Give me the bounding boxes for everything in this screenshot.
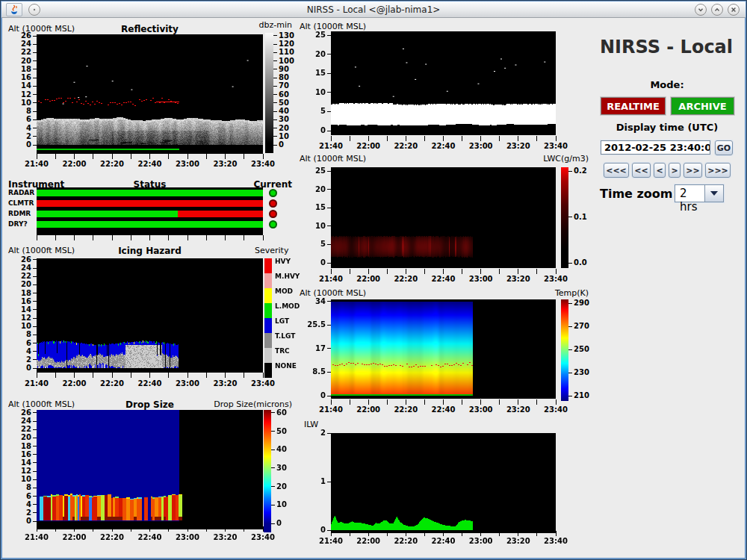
axis-tick <box>327 396 331 396</box>
axis-tick-label: 22:20 <box>392 405 419 414</box>
axis-tick <box>33 412 37 413</box>
colorbar-tick-label: 0.1 <box>574 213 587 221</box>
display-time-label: Display time (UTC) <box>592 122 742 133</box>
nav-step-back-button[interactable]: < <box>654 163 666 178</box>
axis-tick-label: 22:20 <box>392 142 419 150</box>
axis-tick <box>187 235 188 240</box>
colorbar-tick <box>273 69 277 69</box>
colorbar-tick-label: 290 <box>574 299 589 307</box>
axis-tick <box>168 526 169 532</box>
axis-tick <box>424 531 425 536</box>
nav-back-button[interactable]: << <box>632 163 651 178</box>
axis-tick-label: 20 <box>9 280 31 288</box>
axis-tick-label: 4 <box>9 500 31 508</box>
colorbar-tick <box>273 78 277 78</box>
axis-tick <box>206 235 207 240</box>
colorbar-tick-label: 40 <box>279 107 289 115</box>
axis-tick-label: 23:20 <box>505 405 532 414</box>
axis-tick-label: 0 <box>303 526 326 534</box>
colorbar-tick-label: 30 <box>276 464 287 472</box>
axis-tick-label: 22:20 <box>99 379 125 388</box>
status-current-dot <box>269 199 277 208</box>
axis-tick <box>556 531 557 536</box>
archive-button[interactable]: ARCHIVE <box>671 97 734 115</box>
axis-tick <box>112 154 113 159</box>
axis-tick <box>387 399 388 405</box>
colorbar-tick <box>271 449 275 450</box>
nav-step-forward-button[interactable]: > <box>669 163 681 178</box>
axis-tick <box>350 136 350 141</box>
axis-tick <box>33 454 37 455</box>
drop-size-heatmap <box>37 410 263 529</box>
axis-tick <box>462 269 462 274</box>
axis-tick <box>206 373 207 378</box>
colorbar-tick-label: 60 <box>276 408 287 417</box>
axis-tick <box>443 531 444 536</box>
axis-tick-label: 18 <box>9 65 31 73</box>
axis-tick-label: 23:20 <box>212 533 239 541</box>
titlebar[interactable]: NIRSS - Local <@jlab-nima1> <box>1 1 746 18</box>
axis-tick-label: 0 <box>303 391 326 399</box>
axis-tick <box>327 433 331 434</box>
colorbar-tick-label: 20 <box>276 482 287 491</box>
axis-tick <box>263 373 264 378</box>
axis-tick <box>424 399 425 405</box>
axis-tick <box>518 531 518 536</box>
nav-fast-forward-button[interactable]: >>> <box>705 163 731 178</box>
axis-tick-label: 22:40 <box>137 533 164 541</box>
axis-tick-label: 10 <box>9 475 31 483</box>
drop-size-colorbar <box>264 410 271 532</box>
axis-tick <box>263 235 264 240</box>
maximize-button[interactable] <box>711 4 723 16</box>
axis-tick-label: 22 <box>9 272 31 280</box>
axis-tick-label: 8.5 <box>303 367 326 376</box>
axis-tick <box>480 531 481 536</box>
close-button[interactable] <box>728 4 740 16</box>
axis-tick <box>37 373 37 378</box>
colorbar-tick <box>271 523 275 524</box>
axis-tick-label: 0 <box>9 517 31 525</box>
axis-tick <box>327 263 331 264</box>
axis-tick-label: 22:00 <box>61 379 88 388</box>
axis-tick <box>33 318 37 319</box>
colorbar-tick-label: 0.2 <box>574 167 587 175</box>
axis-tick <box>74 235 75 240</box>
axis-tick-label: 23:40 <box>249 379 276 388</box>
colorbar-tick-label: 50 <box>279 99 289 107</box>
colorbar-tick <box>568 303 572 304</box>
severity-legend-title: Severity <box>255 246 288 255</box>
axis-tick <box>536 399 537 405</box>
time-zoom-select[interactable]: 2 hrs <box>675 184 724 202</box>
nav-fast-back-button[interactable]: <<< <box>604 163 629 178</box>
dropdown-arrow-button[interactable] <box>704 185 723 202</box>
axis-tick-label: 22:00 <box>61 160 88 168</box>
axis-tick-label: 15 <box>303 203 326 211</box>
colorbar-tick <box>568 396 572 396</box>
axis-tick <box>406 399 406 405</box>
realtime-button[interactable]: REALTIME <box>601 97 666 115</box>
axis-tick-label: 6 <box>9 115 31 123</box>
axis-tick-label: 5 <box>303 240 326 248</box>
axis-tick <box>499 531 500 536</box>
axis-tick <box>74 526 75 532</box>
axis-tick <box>149 235 150 240</box>
axis-tick <box>225 235 226 240</box>
axis-tick <box>187 154 188 159</box>
go-button[interactable]: GO <box>715 140 733 155</box>
nav-forward-button[interactable]: >> <box>684 163 702 178</box>
axis-tick <box>499 399 500 405</box>
display-time-input[interactable] <box>601 140 710 155</box>
axis-tick-label: 21:40 <box>317 275 344 283</box>
axis-tick <box>206 526 207 532</box>
axis-tick <box>33 86 37 87</box>
axis-tick <box>33 504 37 505</box>
axis-tick-label: 6 <box>9 339 31 347</box>
axis-tick-label: 24 <box>9 264 31 272</box>
minimize-button[interactable] <box>695 4 707 16</box>
severity-label: M.HVY <box>275 273 300 280</box>
colorbar-tick <box>273 86 277 87</box>
axis-tick-label: 23:40 <box>542 405 569 414</box>
axis-tick <box>33 268 37 269</box>
axis-tick <box>131 235 131 240</box>
axis-tick-label: 22 <box>9 425 31 433</box>
